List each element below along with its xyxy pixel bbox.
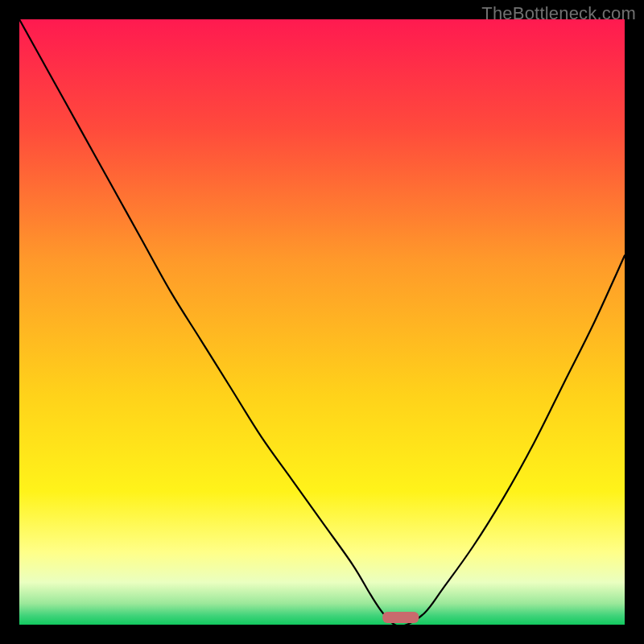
watermark-text: TheBottleneck.com [481, 3, 636, 24]
plot-area [19, 19, 625, 625]
curve-layer [19, 19, 625, 625]
marker-band [382, 612, 419, 623]
chart-frame: TheBottleneck.com [0, 0, 644, 644]
bottleneck-curve-path [19, 19, 625, 625]
